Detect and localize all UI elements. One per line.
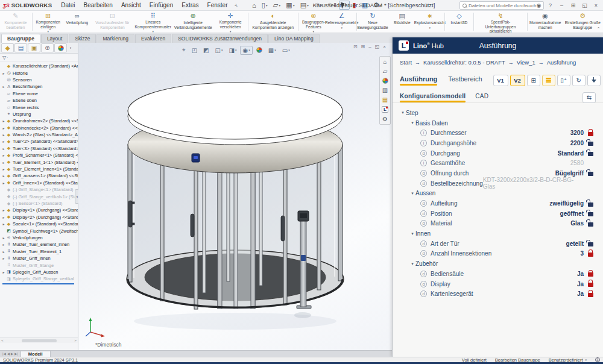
tree-item[interactable]: ▸◆Griff_aussen<1> (Standard) <<Stan — [1, 172, 78, 179]
toolbar-button[interactable]: ▤Stückliste — [388, 11, 416, 33]
help-icon[interactable]: ? — [545, 2, 556, 8]
dropdown-caret-icon[interactable]: ▾ — [266, 3, 268, 7]
lock-closed-icon[interactable] — [588, 283, 593, 287]
tree-item[interactable]: ▸⠿Muster_Tuer_Element_1 — [1, 248, 78, 255]
tree-item[interactable]: ◎Sensoren — [1, 77, 78, 83]
collapse-arrow-icon[interactable]: ▾ — [409, 231, 415, 236]
version-button-v2[interactable]: V2 — [510, 75, 525, 86]
ribbon-tab-skizze[interactable]: Skizze — [69, 34, 96, 43]
expand-arrow-icon[interactable]: ▸ — [1, 222, 6, 226]
tree-item[interactable]: ◆Karusselldrehtuer (Standard) <Anzeigest — [1, 63, 78, 69]
refresh-icon[interactable]: ↻ — [572, 75, 586, 86]
section-view-icon[interactable]: ◩ — [201, 46, 211, 55]
param-value[interactable]: zweiflügelig — [549, 200, 584, 207]
collapse-arrow-icon[interactable]: ▾ — [409, 262, 415, 266]
toolbar-button[interactable]: ∞Verknüpfung — [63, 11, 91, 33]
new-configuration-icon[interactable]: ▯⁺ — [557, 75, 570, 86]
expand-arrow-icon[interactable]: ▸ — [1, 167, 6, 171]
tree-item[interactable]: ▸⠿Muster_Griff_innen — [1, 255, 78, 262]
expand-arrow-icon[interactable]: ▸ — [1, 133, 6, 137]
weight-icon[interactable] — [587, 75, 601, 86]
graphics-viewport[interactable]: ⌖◰◩◱▾◨▾◉▾▦▾▭▾ ⊡ ⊞ – ◱ × ⌂▱▥▦L⚙ *Dimetris… — [78, 43, 392, 350]
toolbar-button[interactable]: ⊕Intelligente Verbindungselemente — [172, 11, 213, 33]
configurationmanager-tab-icon[interactable]: ▣ — [28, 43, 40, 52]
restore-icon[interactable]: ◱ — [579, 2, 590, 8]
tree-item[interactable]: ▸◆Griff_innen<1> (Standard) <<Stand — [1, 180, 78, 186]
lino-tab-testbereich[interactable]: Testbereich — [448, 75, 482, 86]
lino-subtab-konfigurationsmodell[interactable]: Konfigurationsmodell — [400, 93, 466, 102]
config-param[interactable]: iDurchgangshöhe2200 — [396, 138, 597, 148]
tree-item[interactable]: ◆(-) Griff_Stange<1> (Standard) — [1, 186, 78, 193]
tree-item[interactable]: ▱Ebene oben — [1, 97, 78, 104]
param-value[interactable]: geteilt — [566, 240, 584, 247]
param-value[interactable]: Ja — [577, 281, 584, 287]
tree-item[interactable]: ▸◆Kabinendecke<2> (Standard) <<Sta — [1, 125, 78, 131]
param-value[interactable]: Glas — [570, 220, 584, 227]
search-box[interactable]: ▾ — [459, 1, 544, 10]
tab-modell[interactable]: Modell — [21, 351, 51, 357]
dropdown-caret-icon[interactable]: ▾ — [288, 48, 290, 52]
lock-open-icon[interactable] — [588, 242, 593, 246]
model-3d-revolving-door[interactable] — [78, 43, 392, 350]
expand-arrow-icon[interactable]: ▸ — [1, 249, 6, 254]
view-settings-icon[interactable]: ▭▾ — [280, 46, 292, 55]
hide-show-items-icon[interactable]: ◉▾ — [240, 46, 252, 55]
apply-scene-icon[interactable]: ▦▾ — [266, 46, 279, 55]
config-param[interactable]: iGesamthöhe2580 — [396, 158, 597, 168]
param-value[interactable]: Ja — [577, 290, 584, 297]
lock-open-icon[interactable] — [588, 222, 593, 227]
doc-icon-a[interactable]: ⊡ — [353, 44, 358, 49]
doc-restore-icon[interactable]: ◱ — [375, 44, 380, 49]
tree-item[interactable]: ▱Ebene vorne — [1, 90, 78, 97]
collapse-arrow-icon[interactable]: ▾ — [409, 191, 415, 196]
breadcrumb-item[interactable]: Start — [400, 59, 412, 66]
expand-arrow-icon[interactable]: ▸ — [1, 119, 6, 123]
settings-icon[interactable]: ⚙ — [382, 116, 388, 122]
rollback-bar[interactable] — [2, 283, 74, 284]
tree-item[interactable]: ▱Ebene rechts — [1, 104, 78, 110]
edit-appearance-icon[interactable] — [254, 46, 265, 54]
home-icon[interactable]: ⌂ — [383, 58, 387, 65]
tree-item[interactable]: ◆(-) Sensor<1> (Standard) — [1, 200, 78, 207]
lino-tab-ausführung[interactable]: Ausführung — [400, 75, 437, 86]
config-param[interactable]: dDisplayJa — [396, 279, 597, 289]
expand-arrow-icon[interactable]: ▸ — [1, 71, 6, 75]
param-value[interactable]: 3200 — [570, 130, 584, 136]
ribbon-tab-lino-da-mapping[interactable]: Lino DA Mapping — [268, 34, 320, 43]
param-value[interactable]: Ja — [577, 271, 584, 277]
minimize-icon[interactable]: – — [556, 2, 567, 8]
toolbar-button[interactable]: ⠿Lineares Komponentenmuster▾ — [134, 11, 172, 33]
tree-item[interactable]: ◨Spiegeln_Griff_Stange_vertikal — [1, 275, 78, 282]
scrollbar-thumb[interactable] — [22, 339, 57, 342]
print-icon[interactable]: ▤▾ — [298, 0, 311, 10]
tree-item[interactable]: ▸◆Display<1> (Durchgang) <<Standar — [1, 207, 78, 213]
close-icon[interactable]: × — [590, 2, 602, 8]
config-param[interactable]: iDurchmesser3200 — [396, 128, 597, 138]
expand-arrow-icon[interactable]: ▸ — [1, 242, 6, 246]
zoom-fit-icon[interactable]: ⌖ — [180, 45, 188, 55]
tree-item[interactable]: ⠿Muster_Griff_Stange — [1, 262, 78, 268]
config-param[interactable]: dBestellbezeichnungKDT-3200x2200x3/2-B-D… — [396, 178, 597, 189]
lock-open-icon[interactable] — [588, 202, 593, 207]
version-button-v1[interactable]: V1 — [493, 75, 508, 86]
zoom-area-icon[interactable]: ◰ — [189, 46, 200, 55]
expand-arrow-icon[interactable]: ▸ — [1, 160, 6, 165]
tree-horizontal-scrollbar[interactable]: <> — [0, 337, 78, 343]
menu-item[interactable]: Einfügen — [145, 2, 177, 8]
dropdown-caret-icon[interactable]: ▾ — [221, 48, 223, 52]
pin-menu-icon[interactable]: ➢ — [231, 0, 242, 11]
expand-arrow-icon[interactable]: ▸ — [1, 139, 6, 143]
param-value[interactable]: 2200 — [570, 140, 584, 146]
toolbar-button[interactable]: ◉Momentaufnahme machen — [528, 11, 563, 33]
config-group[interactable]: ▾Step — [396, 108, 597, 118]
view-orientation-icon[interactable]: ◱▾ — [213, 46, 226, 55]
tree-item[interactable]: ▸◆Tuer<3> (Standard) <<Standard>_A — [1, 145, 78, 152]
lock-closed-icon[interactable] — [588, 132, 593, 136]
breadcrumb-item[interactable]: Karusselldrehtür: 0.0.5 - DRAFT — [423, 59, 505, 66]
lino-hub-icon[interactable]: L — [382, 106, 388, 113]
expand-arrow-icon[interactable]: ▸ — [1, 215, 6, 219]
featuremanager-tab-icon[interactable]: ◆ — [1, 43, 14, 52]
config-param[interactable]: dAufteilungzweiflügelig — [396, 198, 597, 209]
config-group[interactable]: ▾Zubehör — [396, 259, 597, 269]
breadcrumb-item[interactable]: View_1 — [517, 59, 535, 66]
